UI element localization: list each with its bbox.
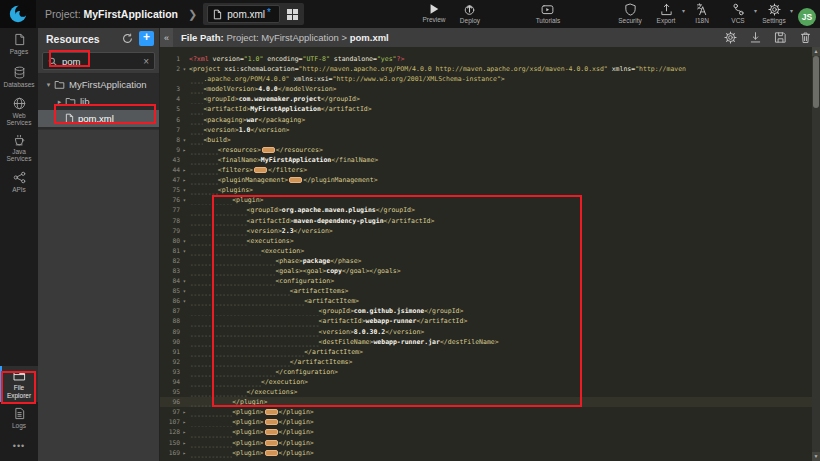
code-row[interactable]: 128▸<plugin></plugin> (160, 427, 820, 437)
code-row[interactable]: 44▸<filters></filters> (160, 165, 820, 175)
wavemaker-logo[interactable] (0, 0, 36, 28)
collapse-panel-icon[interactable]: « (160, 28, 173, 47)
sidebar-item-file-explorer[interactable]: File Explorer (0, 366, 38, 402)
code-row[interactable]: 78<artifactId>maven-dependency-plugin</a… (160, 216, 820, 226)
fold-closed-icon[interactable]: ▸ (180, 448, 189, 458)
fold-open-icon[interactable]: ▾ (180, 185, 189, 195)
folded-code-icon[interactable] (254, 167, 267, 173)
code-row[interactable]: 2▾<project xsi:schemaLocation="http://ma… (160, 64, 820, 74)
code-row[interactable]: 4<groupId>com.wavemaker.project</groupId… (160, 94, 820, 104)
code-row[interactable]: 86▾<artifactItem> (160, 296, 820, 306)
code-row[interactable]: 5<artifactId>MyFirstApplication</artifac… (160, 104, 820, 114)
avatar[interactable]: JS (798, 8, 816, 26)
fold-open-icon[interactable]: ▾ (180, 236, 189, 246)
folded-code-icon[interactable] (265, 450, 278, 456)
filebar-save-icon[interactable] (774, 31, 787, 44)
folded-code-icon[interactable] (265, 429, 278, 435)
code-row[interactable]: 76▾<plugin> (160, 195, 820, 205)
fold-open-icon[interactable]: ▾ (180, 246, 189, 256)
code-row[interactable]: 83<goals><goal>copy</goal></goals> (160, 266, 820, 276)
search-input[interactable]: pom × (42, 52, 155, 70)
tab-grid-icon[interactable] (287, 9, 298, 20)
fold-open-icon[interactable]: ▾ (180, 135, 189, 145)
fold-closed-icon[interactable]: ▸ (180, 417, 189, 427)
fold-open-icon[interactable]: ▾ (180, 296, 189, 306)
code-row[interactable]: 94</execution> (160, 377, 820, 387)
caret-open-icon[interactable]: ▾ (44, 81, 53, 89)
code-row[interactable]: 89<version>8.0.30.2</version> (160, 327, 820, 337)
code-row[interactable]: 43<finalName>MyFirstApplication</finalNa… (160, 155, 820, 165)
security-button[interactable]: Security (612, 0, 648, 24)
settings-button[interactable]: Settings▾ (756, 0, 792, 24)
scrollbar-thumb[interactable] (813, 56, 819, 108)
code-row[interactable]: 6<packaging>war</packaging> (160, 115, 820, 125)
sidebar-item-apis[interactable]: APIs (0, 166, 38, 199)
code-row[interactable]: 82<phase>package</phase> (160, 256, 820, 266)
code-row[interactable]: 87<groupId>com.github.jsimone</groupId> (160, 306, 820, 316)
folded-code-icon[interactable] (265, 409, 278, 415)
folded-code-icon[interactable] (265, 440, 278, 446)
code-row[interactable]: 84▾<configuration> (160, 276, 820, 286)
code-row[interactable]: 8▾<build> (160, 135, 820, 145)
code-row[interactable]: 88<artifactId>webapp-runner</artifactId> (160, 316, 820, 326)
tutorials-button[interactable]: Tutorials (530, 0, 566, 24)
export-button[interactable]: Export▾ (648, 0, 684, 24)
clear-search-icon[interactable]: × (143, 56, 149, 67)
folded-code-icon[interactable] (262, 147, 275, 153)
filebar-trash-icon[interactable] (799, 31, 812, 44)
fold-closed-icon[interactable]: ▸ (180, 427, 189, 437)
code-row[interactable]: 3<modelVersion>4.0.0</modelVersion> (160, 84, 820, 94)
sidebar-item-pages[interactable]: Pages (0, 28, 38, 61)
sidebar-item-java-services[interactable]: Java Services (0, 130, 38, 166)
code-row[interactable]: 92</artifactItems> (160, 357, 820, 367)
fold-open-icon[interactable]: ▾ (180, 195, 189, 205)
code-row[interactable]: 107▸<plugin></plugin> (160, 417, 820, 427)
vcs-button[interactable]: VCS▾ (720, 0, 756, 24)
code-row[interactable]: 9▸<resources></resources> (160, 145, 820, 155)
fold-open-icon[interactable]: ▾ (180, 276, 189, 286)
sidebar-item-logs[interactable]: Logs (0, 402, 38, 435)
preview-button[interactable]: Preview (416, 0, 452, 23)
fold-open-icon[interactable]: ▾ (180, 286, 189, 296)
editor-scrollbar[interactable]: ▲ ▼ (812, 47, 820, 461)
code-row[interactable]: 75▾<plugins> (160, 185, 820, 195)
code-row[interactable]: 150▸<plugin></plugin> (160, 438, 820, 448)
refresh-icon[interactable] (122, 33, 133, 44)
scroll-down-icon[interactable]: ▼ (812, 452, 820, 461)
code-row[interactable]: 79<version>2.3</version> (160, 226, 820, 236)
code-row[interactable]: 81▾<execution> (160, 246, 820, 256)
add-resource-button[interactable]: + (139, 31, 154, 46)
code-row[interactable]: 80▾<executions> (160, 236, 820, 246)
code-row[interactable]: .apache.org/POM/4.0.0" xmlns:xsi="http:/… (160, 74, 820, 84)
code-row[interactable]: 1<?xml version="1.0" encoding="UTF-8" st… (160, 54, 820, 64)
tab-pom-xml[interactable]: pom.xml * (207, 5, 280, 23)
code-row[interactable]: 97▸<plugin></plugin> (160, 407, 820, 417)
filebar-gear-icon[interactable] (724, 31, 737, 44)
deploy-button[interactable]: Deploy (452, 0, 488, 24)
tree-item-pom-xml[interactable]: pom.xml (38, 110, 159, 127)
fold-closed-icon[interactable]: ▸ (180, 438, 189, 448)
code-editor[interactable]: 1<?xml version="1.0" encoding="UTF-8" st… (160, 47, 820, 458)
fold-closed-icon[interactable]: ▸ (180, 165, 189, 175)
sidebar-more-icon[interactable]: ••• (0, 435, 38, 461)
folded-code-icon[interactable] (289, 177, 302, 183)
folded-code-icon[interactable] (265, 419, 278, 425)
code-row[interactable]: 96</plugin> (160, 397, 820, 407)
scroll-up-icon[interactable]: ▲ (812, 47, 820, 56)
code-row[interactable]: 47▸<pluginManagement></pluginManagement> (160, 175, 820, 185)
code-row[interactable]: 7<version>1.0</version> (160, 125, 820, 135)
code-row[interactable]: 85▾<artifactItems> (160, 286, 820, 296)
code-row[interactable]: 93</configuration> (160, 367, 820, 377)
fold-closed-icon[interactable]: ▸ (180, 145, 189, 155)
code-row[interactable]: 77<groupId>org.apache.maven.plugins</gro… (160, 205, 820, 215)
sidebar-item-web-services[interactable]: Web Services (0, 94, 38, 130)
caret-closed-icon[interactable]: ▸ (55, 98, 64, 106)
fold-open-icon[interactable]: ▾ (180, 64, 189, 74)
sidebar-item-databases[interactable]: Databases (0, 61, 38, 94)
tree-item-myfirstapplication[interactable]: ▾MyFirstApplication (38, 76, 159, 93)
tree-item-lib[interactable]: ▸lib (38, 93, 159, 110)
code-row[interactable]: 90<destFileName>webapp-runner.jar</destF… (160, 337, 820, 347)
fold-closed-icon[interactable]: ▸ (180, 407, 189, 417)
code-row[interactable]: 91</artifactItem> (160, 347, 820, 357)
code-row[interactable]: 95</executions> (160, 387, 820, 397)
